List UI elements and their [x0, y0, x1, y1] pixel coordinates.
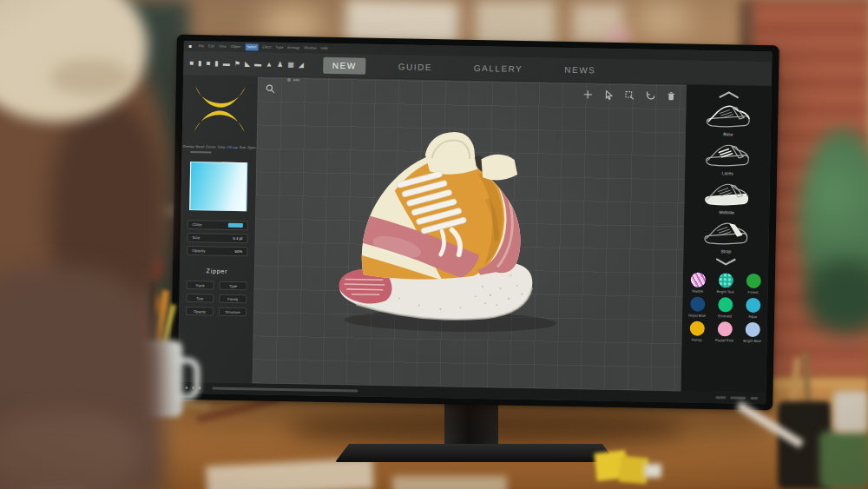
- tab-guide[interactable]: GUIDE: [389, 58, 443, 76]
- color-property-row[interactable]: Color: [187, 220, 248, 230]
- swatch-royal-blue[interactable]: Royal Blue: [686, 296, 709, 317]
- zipper-button-opacity[interactable]: Opacity: [186, 307, 214, 316]
- layer-list: Base Laces Midsole Strap: [700, 100, 753, 257]
- shape-tool-icon[interactable]: ▬: [254, 60, 261, 69]
- shape-tool-icon[interactable]: ▬: [223, 59, 230, 68]
- swatch-circle[interactable]: [717, 321, 732, 336]
- tab-gallery[interactable]: GALLERY: [464, 60, 533, 77]
- swatch-bright-blue[interactable]: Bright Blue: [740, 322, 764, 343]
- swatch-aqua[interactable]: Aqua: [741, 298, 765, 319]
- canvas-marker-icon: [287, 78, 299, 82]
- menu-item[interactable]: File: [199, 43, 205, 49]
- swatch-circle[interactable]: [718, 297, 733, 312]
- swatch-pastel-pink[interactable]: Pastel Pink: [713, 321, 736, 342]
- trash-icon[interactable]: [667, 91, 676, 101]
- zipper-button-size[interactable]: Size: [186, 294, 214, 303]
- swatch-emerald[interactable]: Emerald: [713, 297, 737, 318]
- swatch-circle[interactable]: [690, 297, 705, 312]
- mini-tab[interactable]: Color: [218, 146, 226, 149]
- shape-tool-icon[interactable]: ▲: [266, 60, 273, 69]
- shoe-thumbnail-icon: [703, 101, 754, 131]
- layer-label: Laces: [721, 170, 733, 175]
- swatch-label: Bright Teal: [717, 289, 734, 294]
- layer-item-midsole[interactable]: Midsole: [701, 179, 753, 215]
- swatch-circle[interactable]: [746, 274, 760, 288]
- menu-item[interactable]: Effect: [262, 44, 271, 50]
- menu-item[interactable]: Select: [245, 43, 258, 50]
- mini-tab[interactable]: Open: [247, 146, 255, 149]
- opacity-property-row[interactable]: Opacity 50%: [187, 246, 247, 256]
- zipper-button-family[interactable]: Family: [219, 294, 247, 304]
- tab-news[interactable]: NEWS: [555, 62, 605, 79]
- swatch-label: Royal Blue: [688, 314, 706, 318]
- undo-icon[interactable]: [646, 91, 655, 101]
- menu-item[interactable]: Object: [231, 44, 241, 50]
- canvas-toolbar: [583, 89, 676, 101]
- light-jar: [833, 391, 868, 433]
- swatch-honey[interactable]: Honey: [685, 320, 708, 341]
- swatch-circle[interactable]: [690, 273, 705, 287]
- mini-tab[interactable]: Size: [240, 146, 246, 149]
- shape-tool-icon[interactable]: ▮: [198, 59, 202, 68]
- shape-tool-icon[interactable]: ■: [189, 58, 194, 67]
- mini-tab[interactable]: Fill cap: [227, 146, 238, 149]
- swatch-marble[interactable]: Marble: [686, 272, 709, 293]
- select-box-icon[interactable]: [625, 90, 635, 100]
- shape-tool-icon[interactable]: ◢: [299, 61, 304, 69]
- layer-panel: Base Laces Midsole Strap Marble Bright T…: [681, 84, 771, 393]
- menu-item[interactable]: Edit: [208, 43, 214, 49]
- swatch-label: Honey: [691, 338, 701, 342]
- window-dot-icon: [189, 44, 192, 47]
- shape-tools: ■▮■▮▬⚑◣▬▲♟▦◢: [189, 58, 304, 69]
- swatch-circle[interactable]: [718, 273, 733, 287]
- search-icon[interactable]: [266, 84, 275, 94]
- status-right-bar: [715, 396, 726, 399]
- menu-item[interactable]: Window: [304, 45, 316, 50]
- green-glass-jar: [819, 431, 868, 489]
- shape-tool-icon[interactable]: ⚑: [234, 59, 240, 68]
- prop-value: 5.4 pt: [233, 236, 242, 241]
- prop-label: Size: [193, 235, 201, 240]
- shoe-thumbnail-icon: [701, 179, 753, 209]
- bokeh-light: [638, 2, 690, 38]
- menu-item[interactable]: Type: [275, 45, 283, 50]
- layer-item-laces[interactable]: Laces: [702, 140, 753, 176]
- mini-tab[interactable]: Corner: [206, 145, 216, 149]
- zipper-button-rank[interactable]: Rank: [187, 281, 214, 290]
- menu-item[interactable]: Help: [321, 46, 328, 51]
- shape-tool-icon[interactable]: ▦: [287, 61, 294, 69]
- shape-tool-icon[interactable]: ♟: [277, 60, 283, 69]
- zipper-buttons: RankTypeSizeFamilyOpacityStructure: [186, 281, 247, 316]
- layer-item-base[interactable]: Base: [703, 101, 754, 137]
- plus-icon[interactable]: [583, 89, 593, 99]
- mini-tab[interactable]: Overlay: [183, 145, 194, 149]
- menu-item[interactable]: View: [219, 44, 227, 50]
- color-swatch-grid: Marble Bright Teal Forest Royal Blue Eme…: [685, 272, 765, 343]
- swatch-circle[interactable]: [746, 298, 760, 313]
- swatch-forest[interactable]: Forest: [741, 274, 765, 294]
- gradient-preview[interactable]: [189, 162, 247, 211]
- menu-item[interactable]: Arrange: [287, 45, 299, 50]
- size-property-row[interactable]: Size 5.4 pt: [187, 233, 248, 243]
- mug-handle: [177, 358, 200, 400]
- shape-tool-icon[interactable]: ▮: [214, 59, 219, 68]
- swatch-bright-teal[interactable]: Bright Teal: [713, 273, 737, 294]
- swatch-circle[interactable]: [745, 322, 760, 337]
- zipper-button-type[interactable]: Type: [220, 281, 247, 291]
- color-chip[interactable]: [228, 223, 243, 228]
- layer-item-strap[interactable]: Strap: [700, 218, 752, 254]
- cursor-icon[interactable]: [604, 90, 614, 100]
- shape-tool-icon[interactable]: ◣: [245, 60, 250, 69]
- tab-new[interactable]: NEW: [323, 57, 366, 75]
- shoe-3d-model[interactable]: [319, 119, 588, 339]
- status-text-bar: [212, 387, 358, 392]
- chevron-up-icon[interactable]: [717, 90, 741, 100]
- swatch-circle[interactable]: [689, 321, 704, 336]
- zipper-button-structure[interactable]: Structure: [219, 307, 247, 317]
- tab-bar: NEWGUIDEGALLERYNEWS: [323, 57, 606, 79]
- shape-tool-icon[interactable]: ■: [206, 59, 210, 68]
- chevron-down-icon[interactable]: [713, 257, 738, 267]
- cap-brim: [50, 59, 132, 96]
- design-canvas[interactable]: [253, 76, 687, 391]
- mini-tab[interactable]: Bevel: [196, 145, 205, 149]
